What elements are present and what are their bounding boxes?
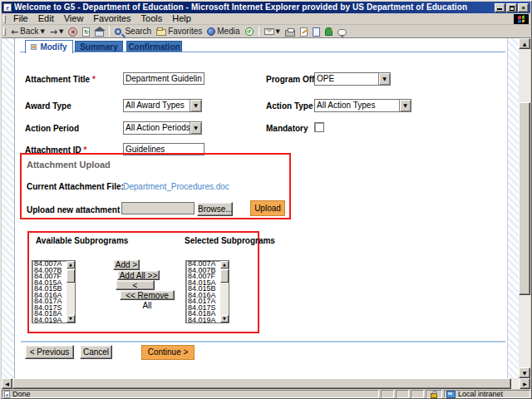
upload-button[interactable]: Upload [250, 200, 285, 216]
attachment-title-label: Attachment Title * [25, 75, 96, 85]
status-bar: e Done Local intranet [2, 390, 530, 398]
browse-button[interactable]: Browse... [197, 202, 233, 216]
status-pane [396, 390, 409, 398]
action-period-select[interactable]: All Action Periods ▼ [123, 121, 202, 135]
cancel-button[interactable]: Cancel [80, 345, 112, 359]
close-button[interactable]: × [518, 3, 529, 12]
scroll-up-icon[interactable]: ▲ [66, 261, 75, 268]
tab-confirmation[interactable]: Confirmation [126, 41, 182, 52]
add-button[interactable]: Add > [113, 259, 140, 270]
security-zone-pane: Local intranet [444, 390, 530, 398]
menubar-grip[interactable] [3, 15, 6, 23]
upload-file-input[interactable] [121, 202, 195, 214]
scroll-up-icon[interactable]: ▲ [519, 38, 530, 49]
continue-button[interactable]: Continue > [141, 345, 195, 360]
scroll-left-icon[interactable]: ◀ [2, 378, 12, 389]
edit-icon [300, 27, 308, 37]
listbox-scrollbar[interactable]: ▲ ▼ [220, 261, 229, 323]
minimize-button[interactable] [495, 3, 505, 12]
menu-help[interactable]: Help [167, 13, 196, 24]
previous-button[interactable]: < Previous [25, 345, 74, 359]
available-subprograms-label: Available Subprograms [36, 236, 128, 246]
page-right-margin [507, 38, 519, 378]
footer-divider [21, 341, 505, 342]
favorites-icon [156, 29, 166, 36]
tab-summary[interactable]: Summary [75, 41, 123, 52]
refresh-button[interactable]: ↻ [80, 26, 92, 37]
remove-button[interactable]: < Remove [116, 280, 155, 290]
stop-icon: ✕ [68, 27, 77, 37]
edit-button[interactable] [298, 26, 310, 37]
action-type-select[interactable]: All Action Types ▼ [314, 99, 411, 112]
toolbar-grip[interactable] [3, 27, 6, 36]
back-button[interactable]: ← Back ▼ [8, 26, 47, 37]
current-attachment-link[interactable]: Department_Procedures.doc [123, 182, 229, 192]
messenger-icon [325, 27, 332, 36]
discuss-button[interactable] [310, 26, 323, 37]
back-dropdown-icon[interactable]: ▼ [40, 28, 44, 35]
restore-button[interactable] [506, 3, 517, 12]
scroll-up-icon[interactable]: ▲ [220, 261, 229, 268]
scroll-right-icon[interactable]: ▶ [520, 378, 530, 389]
search-icon [115, 28, 121, 35]
selected-subprograms-list[interactable]: 84.007A 84.007B 84.007F 84.015A 84.015B … [185, 260, 229, 323]
messenger-button[interactable] [323, 26, 335, 37]
program-office-select[interactable]: OPE ▼ [314, 72, 391, 86]
remove-all-button[interactable]: << Remove All [120, 290, 175, 300]
media-button[interactable]: Media [204, 26, 242, 37]
speech-bubble-icon [337, 29, 347, 36]
attachment-title-input[interactable] [123, 72, 204, 85]
award-type-select[interactable]: All Award Types ▼ [123, 99, 202, 112]
forward-button[interactable]: → ▼ [47, 26, 66, 37]
chevron-down-icon[interactable]: ▼ [190, 122, 201, 134]
list-item[interactable]: 84.019A [188, 318, 220, 323]
list-item[interactable]: 84.019A [34, 318, 66, 323]
home-icon [95, 31, 104, 37]
menu-view[interactable]: View [59, 13, 89, 24]
msn-button[interactable] [335, 26, 349, 37]
home-button[interactable] [92, 26, 106, 37]
stop-button[interactable]: ✕ [66, 26, 80, 37]
mail-button[interactable]: ▼ [262, 26, 283, 37]
chevron-down-icon[interactable]: ▼ [190, 100, 201, 111]
mail-dropdown-icon[interactable]: ▼ [276, 28, 280, 35]
standard-toolbar: ← Back ▼ → ▼ ✕ ↻ Search Favorites Media … [2, 26, 530, 38]
scroll-down-icon[interactable]: ▼ [519, 367, 530, 378]
add-all-button[interactable]: Add All >> [117, 270, 160, 280]
vertical-scrollbar-thumb[interactable] [519, 102, 530, 295]
media-icon [207, 27, 215, 36]
selected-subprograms-label: Selected Subprograms [185, 236, 275, 246]
menu-favorites[interactable]: Favorites [88, 13, 135, 24]
lock-icon [431, 393, 437, 398]
available-subprograms-list[interactable]: 84.007A 84.007B 84.007F 84.015A 84.015B … [32, 260, 76, 323]
chevron-down-icon[interactable]: ▼ [378, 73, 390, 85]
listbox-scrollbar[interactable]: ▲ ▼ [66, 261, 75, 323]
menu-edit[interactable]: Edit [33, 13, 59, 24]
mail-icon [264, 28, 274, 35]
back-icon: ← [11, 27, 18, 37]
attachment-upload-heading: Attachment Upload [27, 160, 111, 170]
window-title: Welcome to G5 - Department of Education … [14, 2, 495, 12]
tab-modify[interactable]: Modify [25, 40, 73, 53]
horizontal-scrollbar[interactable]: ◀ ▶ [2, 378, 530, 389]
search-button[interactable]: Search [112, 26, 154, 37]
status-pane [381, 390, 394, 398]
print-button[interactable] [283, 26, 298, 37]
scroll-down-icon[interactable]: ▼ [220, 315, 229, 323]
chevron-down-icon[interactable]: ▼ [399, 100, 411, 111]
history-button[interactable]: ↺ [243, 26, 256, 37]
status-pane [411, 390, 424, 398]
horizontal-scrollbar-thumb[interactable] [12, 378, 511, 389]
vertical-scrollbar[interactable]: ▲ ▼ [519, 38, 530, 378]
menu-file[interactable]: File [8, 13, 33, 24]
scrollbar-thumb[interactable] [66, 269, 75, 283]
security-pane [426, 390, 442, 398]
menu-tools[interactable]: Tools [136, 13, 168, 24]
mandatory-checkbox[interactable] [314, 122, 324, 132]
page-status-icon: e [4, 391, 10, 398]
page-content: Modify Summary Confirmation Attachment T… [15, 38, 507, 378]
favorites-button[interactable]: Favorites [154, 26, 204, 37]
scrollbar-thumb[interactable] [220, 269, 229, 283]
forward-dropdown-icon[interactable]: ▼ [59, 28, 63, 35]
scroll-down-icon[interactable]: ▼ [66, 315, 75, 323]
